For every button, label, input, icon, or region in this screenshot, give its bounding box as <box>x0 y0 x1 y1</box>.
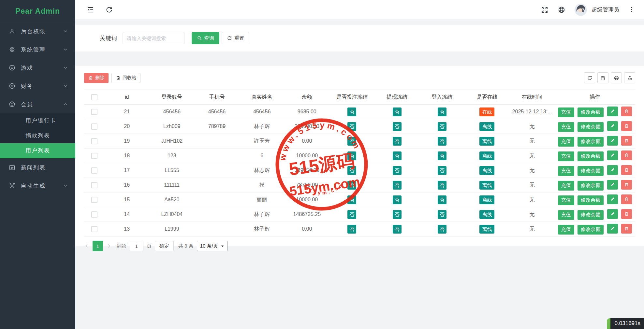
reset-button[interactable]: 重置 <box>222 32 249 44</box>
edit-button[interactable] <box>607 150 618 160</box>
print-button[interactable] <box>611 72 622 83</box>
cell-id: 21 <box>104 105 149 119</box>
withdraw-freeze-badge: 否 <box>393 195 402 204</box>
delete-row-button[interactable] <box>621 224 632 234</box>
delete-row-button[interactable] <box>621 121 632 131</box>
recharge-button[interactable]: 充值 <box>558 195 574 205</box>
cell-balance: 0.00 <box>285 222 329 236</box>
recharge-button[interactable]: 充值 <box>558 225 574 235</box>
delete-row-button[interactable] <box>621 136 632 146</box>
cell-id: 16 <box>104 178 149 193</box>
row-checkbox[interactable] <box>91 138 97 144</box>
more-menu-icon[interactable] <box>628 6 635 13</box>
sidebar-item-auto-generate[interactable]: 自动生成 <box>0 177 75 195</box>
pencil-icon <box>610 197 615 202</box>
delete-row-button[interactable] <box>621 165 632 175</box>
recharge-button[interactable]: 充值 <box>558 210 574 220</box>
sidebar-item-label: 财务 <box>21 82 63 90</box>
row-checkbox[interactable] <box>91 167 97 174</box>
sidebar-item-members[interactable]: 会员 <box>0 95 75 113</box>
select-all-checkbox[interactable] <box>91 94 97 100</box>
recharge-button[interactable]: 充值 <box>558 107 574 117</box>
user-avatar[interactable] <box>575 4 587 16</box>
table-refresh-button[interactable] <box>584 72 595 83</box>
goto-label: 到第 <box>117 243 126 249</box>
refresh-page-icon[interactable] <box>105 6 113 14</box>
per-page-value: 10 条/页 <box>200 243 218 249</box>
sidebar-item-finance[interactable]: 财务 <box>0 77 75 95</box>
delete-row-button[interactable] <box>621 180 632 190</box>
trash-icon <box>624 182 629 187</box>
modify-balance-button[interactable]: 修改余额 <box>578 225 604 235</box>
row-checkbox[interactable] <box>91 211 97 218</box>
recharge-button[interactable]: 充值 <box>558 166 574 176</box>
row-checkbox[interactable] <box>91 123 97 130</box>
cell-phone: 789789 <box>194 119 239 134</box>
sidebar-collapse-icon[interactable] <box>86 6 94 14</box>
edit-button[interactable] <box>607 224 618 234</box>
modify-balance-button[interactable]: 修改余额 <box>578 210 604 220</box>
fullscreen-icon[interactable] <box>541 6 549 14</box>
next-page-icon[interactable] <box>106 243 111 249</box>
modify-balance-button[interactable]: 修改余额 <box>578 137 604 147</box>
sidebar-item-user-list[interactable]: 用户列表 <box>0 143 75 158</box>
cell-id: 13 <box>104 222 149 236</box>
edit-button[interactable] <box>607 194 618 204</box>
withdraw-freeze-badge: 否 <box>393 151 402 160</box>
row-checkbox[interactable] <box>91 226 97 232</box>
goto-page-input[interactable] <box>130 241 143 251</box>
sidebar-item-news-list[interactable]: 新闻列表 <box>0 158 75 177</box>
app-logo: Pear Admin <box>0 0 75 22</box>
modify-balance-button[interactable]: 修改余额 <box>578 107 604 117</box>
sidebar-item-donation-list[interactable]: 捐款列表 <box>0 128 75 143</box>
delete-row-button[interactable] <box>621 150 632 160</box>
row-checkbox[interactable] <box>91 197 97 203</box>
table-row: 21 456456 456456 456456 9685.00 否 否 否 在线… <box>84 105 635 119</box>
edit-button[interactable] <box>607 165 618 175</box>
cell-phone <box>194 178 239 193</box>
confirm-page-button[interactable]: 确定 <box>155 241 174 251</box>
delete-row-button[interactable] <box>621 107 632 116</box>
sidebar: Pear Admin 后台权限 系统管理 游戏 <box>0 0 75 329</box>
search-input[interactable] <box>123 32 184 44</box>
prev-page-icon[interactable] <box>84 243 89 249</box>
user-name[interactable]: 超级管理员 <box>592 6 619 13</box>
sidebar-item-system[interactable]: 系统管理 <box>0 40 75 59</box>
modify-balance-button[interactable]: 修改余额 <box>578 151 604 161</box>
edit-button[interactable] <box>607 136 618 146</box>
recharge-button[interactable]: 充值 <box>558 181 574 191</box>
cell-real-name: 6 <box>240 149 285 163</box>
query-button[interactable]: 查询 <box>192 32 219 44</box>
row-checkbox[interactable] <box>91 109 97 115</box>
per-page-select[interactable]: 10 条/页 <box>197 241 227 251</box>
online-status-badge: 在线 <box>479 107 494 116</box>
sidebar-item-backend-perms[interactable]: 后台权限 <box>0 22 75 40</box>
modify-balance-button[interactable]: 修改余额 <box>578 195 604 205</box>
edit-button[interactable] <box>607 121 618 131</box>
edit-button[interactable] <box>607 107 618 116</box>
row-checkbox[interactable] <box>91 182 97 188</box>
withdraw-freeze-badge: 否 <box>393 225 402 234</box>
modify-balance-button[interactable]: 修改余额 <box>578 181 604 191</box>
delete-row-button[interactable] <box>621 194 632 204</box>
sidebar-item-games[interactable]: 游戏 <box>0 59 75 77</box>
edit-button[interactable] <box>607 209 618 219</box>
edit-button[interactable] <box>607 180 618 190</box>
modify-balance-button[interactable]: 修改余额 <box>578 166 604 176</box>
row-checkbox[interactable] <box>91 153 97 159</box>
page-number-current[interactable]: 1 <box>93 241 103 251</box>
delete-button[interactable]: 删除 <box>84 73 109 83</box>
columns-filter-button[interactable] <box>597 72 608 83</box>
globe-icon[interactable] <box>558 6 565 14</box>
recycle-bin-button[interactable]: 回收站 <box>111 73 140 83</box>
pagination: 1 到第 页 确定 共 9 条 10 条/页 <box>84 241 635 251</box>
delete-row-button[interactable] <box>621 209 632 219</box>
recharge-button[interactable]: 充值 <box>558 122 574 132</box>
table-row: 19 JJHH102 許玉芳 0.00 否 否 否 离线 无 充值 修改余额 <box>84 134 635 149</box>
modify-balance-button[interactable]: 修改余额 <box>578 122 604 132</box>
recharge-button[interactable]: 充值 <box>558 151 574 161</box>
users-table: id登录账号手机号真实姓名余额是否投注冻结提现冻结登入冻结是否在线在线时间操作 … <box>84 90 635 236</box>
sidebar-item-user-bank-cards[interactable]: 用户银行卡 <box>0 113 75 128</box>
recharge-button[interactable]: 充值 <box>558 137 574 147</box>
export-button[interactable] <box>624 72 635 83</box>
